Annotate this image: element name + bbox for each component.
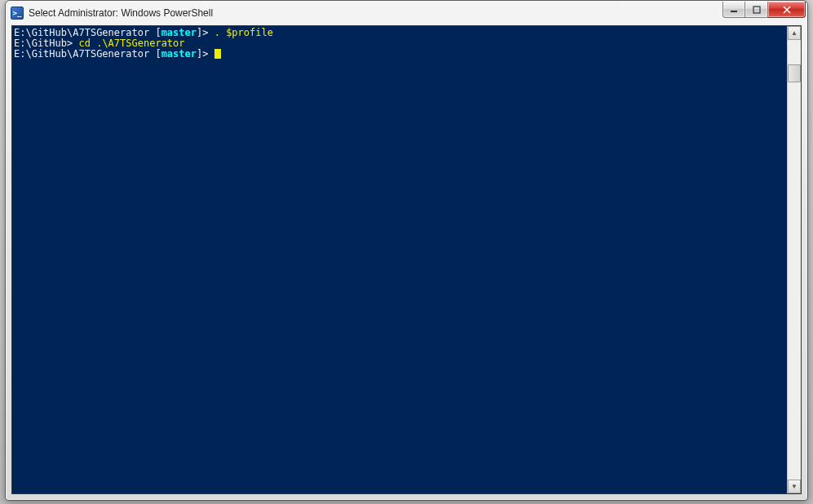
scroll-up-button[interactable]: ▲ xyxy=(788,26,801,40)
svg-rect-1 xyxy=(753,7,760,13)
powershell-window: >_ Select Administrator: Windows PowerSh… xyxy=(5,0,808,501)
scroll-thumb[interactable] xyxy=(788,64,801,82)
maximize-button[interactable] xyxy=(745,2,768,18)
scroll-down-button[interactable]: ▼ xyxy=(788,480,801,493)
git-branch: master xyxy=(161,48,197,60)
powershell-icon: >_ xyxy=(11,7,24,20)
vertical-scrollbar[interactable]: ▲ ▼ xyxy=(787,26,801,493)
close-button[interactable] xyxy=(768,2,806,18)
git-branch: master xyxy=(161,27,197,38)
scroll-track[interactable] xyxy=(788,40,801,480)
titlebar[interactable]: >_ Select Administrator: Windows PowerSh… xyxy=(6,1,807,25)
text-cursor xyxy=(214,49,221,59)
console-output[interactable]: E:\GitHub\A7TSGenerator [master]> . $pro… xyxy=(12,26,787,493)
window-title: Select Administrator: Windows PowerShell xyxy=(29,7,718,19)
console-line: E:\GitHub\A7TSGenerator [master]> xyxy=(14,49,785,60)
console-client-area: E:\GitHub\A7TSGenerator [master]> . $pro… xyxy=(11,25,802,494)
svg-rect-0 xyxy=(731,11,737,12)
minimize-button[interactable] xyxy=(722,2,745,18)
window-controls xyxy=(722,2,806,18)
